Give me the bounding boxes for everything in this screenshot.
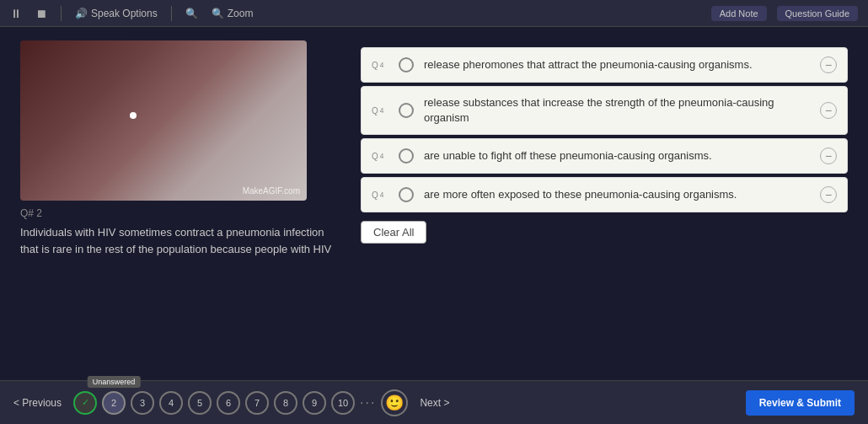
question-text: Individuals with HIV sometimes contract …	[20, 224, 340, 257]
toolbar-divider	[61, 6, 62, 21]
stop-icon[interactable]: ⏹	[35, 7, 47, 20]
next-button[interactable]: Next >	[420, 397, 449, 409]
option-label-d: Q4	[372, 191, 388, 200]
speak-options-button[interactable]: 🔊 Speak Options	[75, 8, 158, 19]
toolbar-right: Add Note Question Guide	[711, 6, 858, 21]
unanswered-label: Unanswered	[88, 376, 141, 388]
zoom-label: Zoom	[228, 8, 254, 19]
question-guide-button[interactable]: Question Guide	[777, 6, 858, 21]
main-content: MakeAGIF.com Q# 2 Individuals with HIV s…	[0, 27, 868, 380]
radio-c[interactable]	[399, 148, 414, 164]
nav-item-5[interactable]: 5	[188, 391, 212, 415]
option-label-a: Q4	[372, 61, 388, 70]
zoom-in-icon: 🔍	[212, 8, 224, 19]
answer-option-c[interactable]: Q4 are unable to fight off these pneumon…	[361, 138, 848, 174]
nav-item-9[interactable]: 9	[303, 391, 326, 415]
option-label-b: Q4	[372, 106, 388, 115]
eliminate-a-button[interactable]: −	[820, 56, 837, 73]
nav-item-4[interactable]: 4	[159, 391, 183, 415]
speaker-icon: 🔊	[75, 8, 88, 19]
nav-item-8[interactable]: 8	[274, 391, 297, 415]
answer-option-d[interactable]: Q4 are more often exposed to these pneum…	[361, 177, 848, 212]
add-note-button[interactable]: Add Note	[711, 6, 767, 21]
option-label-c: Q4	[372, 152, 388, 161]
eliminate-d-button[interactable]: −	[820, 186, 837, 203]
answer-option-b[interactable]: Q4 release substances that increase the …	[361, 86, 848, 135]
bottom-nav: < Previous ✓ Unanswered 2 3 4 5 6 7 8 9 …	[0, 380, 868, 424]
zoom-increase-button[interactable]: 🔍 Zoom	[212, 8, 254, 19]
zoom-decrease-button[interactable]: 🔍	[185, 8, 198, 19]
eliminate-b-button[interactable]: −	[820, 102, 837, 119]
nav-item-2[interactable]: Unanswered 2	[102, 391, 126, 415]
radio-a[interactable]	[399, 57, 414, 72]
option-text-a: release pheromones that attract the pneu…	[424, 57, 810, 72]
toolbar: ⏸ ⏹ 🔊 Speak Options 🔍 🔍 Zoom Add Note Qu…	[0, 0, 868, 27]
speak-options-label: Speak Options	[91, 8, 158, 19]
nav-num-2: 2	[111, 398, 116, 408]
radio-b[interactable]	[399, 103, 414, 118]
question-number: Q# 2	[20, 207, 340, 219]
smiley-icon: 🙂	[385, 394, 404, 412]
eliminate-c-button[interactable]: −	[820, 148, 837, 164]
clear-all-button[interactable]: Clear All	[361, 221, 426, 244]
zoom-out-icon: 🔍	[185, 8, 198, 19]
check-icon: ✓	[82, 397, 89, 408]
nav-item-6[interactable]: 6	[217, 391, 240, 415]
previous-button[interactable]: < Previous	[13, 397, 62, 409]
review-submit-button[interactable]: Review & Submit	[746, 390, 855, 416]
question-image: MakeAGIF.com	[20, 40, 307, 201]
nav-dots: ···	[360, 395, 376, 411]
image-watermark: MakeAGIF.com	[243, 186, 300, 196]
toolbar-divider-2	[171, 6, 172, 21]
radio-d[interactable]	[399, 187, 414, 202]
pause-icon[interactable]: ⏸	[10, 7, 22, 20]
smiley-button[interactable]: 🙂	[381, 389, 408, 416]
nav-item-1[interactable]: ✓	[73, 391, 97, 415]
image-dot	[130, 112, 137, 119]
answer-option-a[interactable]: Q4 release pheromones that attract the p…	[361, 47, 848, 83]
left-panel: MakeAGIF.com Q# 2 Individuals with HIV s…	[20, 40, 340, 367]
option-text-b: release substances that increase the str…	[424, 95, 810, 126]
nav-item-3[interactable]: 3	[131, 391, 154, 415]
right-panel: Q4 release pheromones that attract the p…	[361, 40, 848, 367]
option-text-d: are more often exposed to these pneumoni…	[424, 187, 810, 202]
nav-item-7[interactable]: 7	[245, 391, 269, 415]
nav-item-10[interactable]: 10	[331, 391, 355, 415]
option-text-c: are unable to fight off these pneumonia-…	[424, 148, 810, 164]
